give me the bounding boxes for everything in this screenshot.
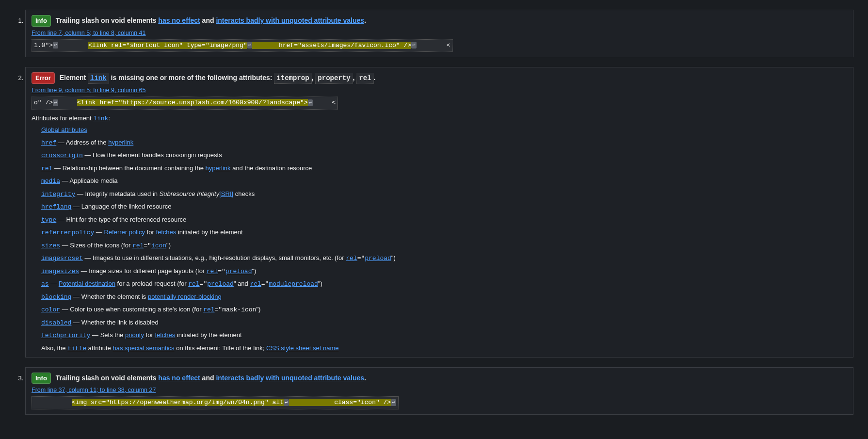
attr-item: referrerpolicy — Referrer policy for fet… bbox=[41, 228, 847, 238]
attr-code-link[interactable]: rel bbox=[203, 306, 214, 313]
heading-link-no-effect[interactable]: has no effect bbox=[158, 374, 200, 382]
attr-desc-link[interactable]: Referrer policy bbox=[104, 228, 145, 236]
attr-global: Global attributes bbox=[41, 125, 847, 135]
newline-icon: ↩ bbox=[308, 99, 313, 106]
attr-name-link[interactable]: imagesrcset bbox=[41, 255, 83, 262]
attr-name-link[interactable]: imagesizes bbox=[41, 268, 79, 275]
message-location: From line 37, column 11; to line 38, col… bbox=[32, 387, 847, 393]
location-link[interactable]: From line 7, column 5; to line 8, column… bbox=[32, 30, 146, 36]
newline-icon: ↩ bbox=[53, 99, 58, 106]
attribute-list: Global attributes bbox=[32, 125, 847, 135]
footer-title-link[interactable]: title bbox=[67, 345, 86, 352]
heading-link-interacts-badly[interactable]: interacts badly with unquoted attribute … bbox=[216, 374, 364, 382]
attr-code-link[interactable]: modulepreload bbox=[269, 280, 318, 288]
footer-special-semantics-link[interactable]: has special semantics bbox=[113, 344, 174, 352]
attr-code-link[interactable]: icon bbox=[151, 242, 166, 249]
attr-item: sizes — Sizes of the icons (for rel="ico… bbox=[41, 241, 847, 251]
attr-name-link[interactable]: media bbox=[41, 178, 60, 185]
extract-highlight-b: class="icon" /> bbox=[334, 399, 391, 406]
attr-desc: Whether the link is disabled bbox=[81, 319, 159, 326]
attr-name-link[interactable]: sizes bbox=[41, 242, 60, 249]
attr-name-link[interactable]: fetchpriority bbox=[41, 332, 90, 339]
heading-text-pre: Element bbox=[60, 74, 88, 81]
newline-icon: ↩ bbox=[411, 42, 417, 49]
heading-link-no-effect[interactable]: has no effect bbox=[158, 16, 200, 24]
heading-element-link[interactable]: link bbox=[90, 74, 107, 82]
newline-icon: ↩ bbox=[247, 42, 253, 49]
attr-code-link[interactable]: preload bbox=[365, 255, 391, 262]
attr-sep: — bbox=[75, 190, 85, 197]
attr-desc: initiated by the element bbox=[176, 228, 242, 236]
location-link[interactable]: From line 9, column 5; to line 9, column… bbox=[32, 87, 146, 94]
attr-name-link[interactable]: as bbox=[41, 280, 49, 288]
attr-desc-link[interactable]: fetches bbox=[155, 331, 175, 339]
attr-code-link[interactable]: rel bbox=[132, 242, 144, 249]
attr-item: type — Hint for the type of the referenc… bbox=[41, 215, 847, 225]
attr-desc-link[interactable]: fetches bbox=[156, 228, 176, 236]
extract-highlight: <link href="https://source.unsplash.com/… bbox=[77, 99, 308, 106]
attr-sep: — bbox=[83, 254, 93, 261]
attr-desc-em: Subresource Integrity bbox=[160, 190, 220, 197]
attr-item: blocking — Whether the element is potent… bbox=[41, 292, 847, 302]
newline-icon: ↩ bbox=[53, 42, 58, 49]
code-extract: 1.0">↩ <link rel="shortcut icon" type="i… bbox=[32, 39, 453, 52]
attr-sep: — bbox=[60, 177, 70, 184]
attr-name-link[interactable]: referrerpolicy bbox=[41, 229, 94, 236]
desc-intro-pre: Attributes for element bbox=[32, 114, 93, 122]
global-attributes-link[interactable]: Global attributes bbox=[41, 126, 87, 133]
code-extract: <img src="https://openweathermap.org/img… bbox=[32, 396, 399, 409]
attr-item: imagesizes — Image sizes for different p… bbox=[41, 266, 847, 276]
attr-sep: — bbox=[71, 293, 81, 300]
attr-name-link[interactable]: hreflang bbox=[41, 203, 71, 211]
attr-sep: — bbox=[83, 151, 93, 159]
heading-attr: rel bbox=[356, 73, 373, 84]
attr-code-link[interactable]: rel bbox=[250, 280, 261, 288]
message-heading: Info Trailing slash on void elements has… bbox=[32, 15, 847, 27]
heading-attr: property bbox=[315, 73, 353, 84]
attr-desc: ") bbox=[166, 242, 171, 249]
heading-text-post: . bbox=[364, 374, 366, 382]
attr-desc-link[interactable]: priority bbox=[125, 331, 144, 339]
attr-name-link[interactable]: integrity bbox=[41, 191, 75, 198]
attr-sep: — bbox=[79, 267, 89, 275]
attr-name-link[interactable]: color bbox=[41, 306, 60, 313]
attr-desc-link[interactable]: hyperlink bbox=[206, 164, 231, 172]
attr-code-link[interactable]: preload bbox=[225, 268, 252, 275]
attr-code-link[interactable]: rel bbox=[188, 280, 199, 288]
attr-name-link[interactable]: type bbox=[41, 216, 56, 224]
attr-name-link[interactable]: href bbox=[41, 139, 56, 146]
error-badge: Error bbox=[32, 72, 55, 84]
attr-name-link[interactable]: crossorigin bbox=[41, 152, 83, 159]
attr-desc: and the destination resource bbox=[231, 164, 312, 172]
attr-desc: checks bbox=[233, 190, 255, 197]
location-link[interactable]: From line 37, column 11; to line 38, col… bbox=[32, 387, 156, 393]
footer-css-link[interactable]: CSS style sheet set name bbox=[266, 344, 339, 352]
attr-desc: Whether the element is bbox=[81, 293, 148, 300]
footer-mid2: on this element: Title of the link; bbox=[175, 344, 266, 352]
extract-post: < bbox=[417, 42, 450, 49]
attr-desc: Language of the linked resource bbox=[81, 203, 172, 210]
attr-name-link[interactable]: disabled bbox=[41, 319, 71, 326]
attr-desc-link[interactable]: hyperlink bbox=[108, 139, 133, 146]
heading-link-interacts-badly[interactable]: interacts badly with unquoted attribute … bbox=[216, 16, 364, 24]
attr-eq: =" bbox=[200, 280, 208, 288]
attr-sep: — bbox=[94, 228, 104, 236]
attr-desc: How the element handles crossorigin requ… bbox=[93, 151, 222, 159]
heading-element: link bbox=[88, 73, 109, 84]
attr-name-link[interactable]: rel bbox=[41, 165, 52, 172]
attr-code-link[interactable]: rel bbox=[207, 268, 218, 275]
desc-intro-element-link[interactable]: link bbox=[93, 115, 108, 122]
attr-desc-link[interactable]: [SRI] bbox=[219, 190, 233, 197]
footer-pre: Also, the bbox=[41, 344, 67, 352]
attr-desc-link[interactable]: Potential destination bbox=[59, 280, 115, 287]
message-heading: Error Element link is missing one or mor… bbox=[32, 72, 847, 84]
extract-highlight-b: href="assets/images/favicon.ico" /> bbox=[279, 42, 411, 49]
attr-name-link[interactable]: blocking bbox=[41, 293, 71, 301]
attributes-description: Attributes for element link: Global attr… bbox=[32, 114, 847, 352]
attr-desc-link[interactable]: potentially render-blocking bbox=[148, 293, 222, 300]
attr-code-link[interactable]: preload bbox=[207, 280, 234, 288]
attr-code-link[interactable]: rel bbox=[346, 255, 357, 262]
attr-item: rel — Relationship between the document … bbox=[41, 163, 847, 174]
message-heading: Info Trailing slash on void elements has… bbox=[32, 373, 847, 384]
attr-desc: Applicable media bbox=[70, 177, 118, 184]
